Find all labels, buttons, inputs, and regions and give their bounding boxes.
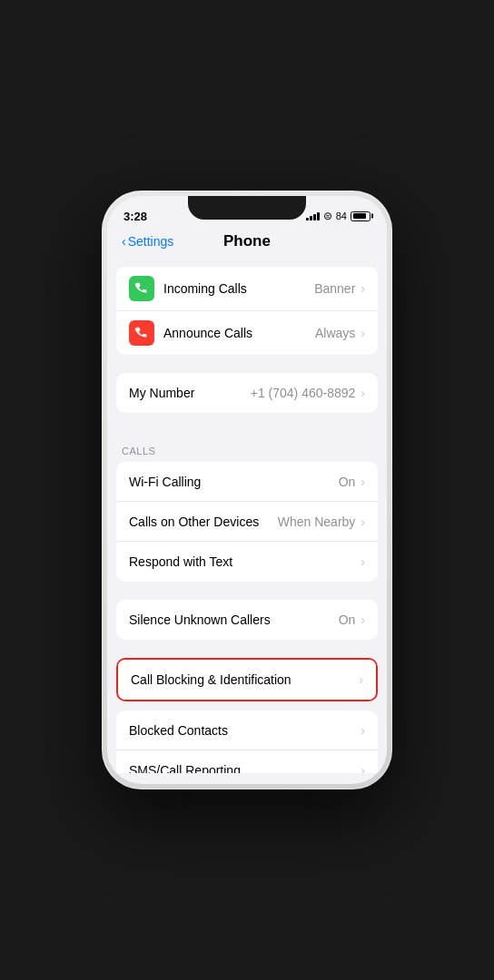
blocked-contacts-row[interactable]: Blocked Contacts ›	[116, 710, 378, 750]
my-number-value: +1 (704) 460-8892	[251, 386, 356, 400]
announce-calls-value: Always	[315, 326, 355, 340]
incoming-calls-row[interactable]: Incoming Calls Banner ›	[116, 267, 378, 311]
silence-unknown-row[interactable]: Silence Unknown Callers On ›	[116, 600, 378, 640]
status-time: 3:28	[124, 210, 147, 223]
status-icons: ⊜ 84	[306, 210, 370, 222]
wifi-calling-value: On	[339, 475, 356, 489]
incoming-calls-value: Banner	[314, 281, 355, 296]
announce-calls-icon	[129, 320, 154, 346]
calls-section-label: CALLS	[107, 431, 387, 462]
calls-other-value: When Nearby	[278, 514, 356, 529]
sms-call-chevron-icon: ›	[361, 763, 365, 773]
signal-icon	[306, 211, 320, 220]
phone-screen: 3:28 ⊜ 84 ‹ Settings Phone	[107, 196, 387, 784]
page-title: Phone	[223, 232, 271, 250]
nav-bar: ‹ Settings Phone	[107, 229, 387, 258]
phone-notch	[188, 196, 306, 220]
blocked-sms-card: Blocked Contacts › SMS/Call Reporting ›	[116, 710, 378, 773]
silence-unknown-chevron-icon: ›	[361, 612, 365, 627]
wifi-calling-chevron-icon: ›	[361, 475, 365, 489]
announce-calls-row[interactable]: Announce Calls Always ›	[116, 311, 378, 355]
wifi-calling-label: Wi-Fi Calling	[129, 475, 201, 489]
top-rows-card: Incoming Calls Banner › Anno	[116, 267, 378, 355]
my-number-label: My Number	[129, 386, 194, 400]
announce-calls-chevron-icon: ›	[361, 326, 365, 340]
my-number-chevron-icon: ›	[361, 386, 365, 400]
blocked-contacts-label: Blocked Contacts	[129, 723, 228, 738]
call-blocking-chevron-icon: ›	[359, 672, 363, 687]
battery-percent: 84	[336, 211, 347, 221]
blocked-contacts-chevron-icon: ›	[361, 723, 365, 738]
silence-unknown-value: On	[339, 612, 356, 627]
my-number-card: My Number +1 (704) 460-8892 ›	[116, 373, 378, 413]
back-chevron-icon: ‹	[122, 234, 126, 249]
sms-call-label: SMS/Call Reporting	[129, 763, 241, 773]
calls-other-label: Calls on Other Devices	[129, 514, 259, 529]
wifi-icon: ⊜	[323, 210, 332, 222]
call-blocking-label: Call Blocking & Identification	[131, 672, 291, 687]
battery-icon	[351, 211, 370, 221]
back-button[interactable]: ‹ Settings	[122, 234, 173, 249]
blocking-outer-card: Silence Unknown Callers On ›	[116, 600, 378, 640]
back-label: Settings	[128, 234, 174, 249]
calls-other-chevron-icon: ›	[361, 514, 365, 529]
sms-call-reporting-row[interactable]: SMS/Call Reporting ›	[116, 750, 378, 773]
incoming-calls-label: Incoming Calls	[163, 281, 247, 296]
incoming-calls-chevron-icon: ›	[361, 281, 365, 296]
respond-text-chevron-icon: ›	[361, 554, 365, 569]
calls-card: Wi-Fi Calling On › Calls on Other Device…	[116, 462, 378, 582]
wifi-calling-row[interactable]: Wi-Fi Calling On ›	[116, 462, 378, 502]
calls-section: CALLS Wi-Fi Calling On › Calls on Other …	[107, 431, 387, 582]
call-blocking-row[interactable]: Call Blocking & Identification ›	[116, 658, 378, 701]
respond-text-label: Respond with Text	[129, 554, 232, 569]
my-number-row[interactable]: My Number +1 (704) 460-8892 ›	[116, 373, 378, 413]
announce-calls-label: Announce Calls	[163, 326, 252, 340]
phone-device: 3:28 ⊜ 84 ‹ Settings Phone	[102, 191, 392, 789]
respond-with-text-row[interactable]: Respond with Text ›	[116, 542, 378, 582]
incoming-calls-icon	[129, 276, 154, 301]
calls-other-devices-row[interactable]: Calls on Other Devices When Nearby ›	[116, 502, 378, 542]
scroll-content: Incoming Calls Banner › Anno	[107, 258, 387, 773]
silence-unknown-label: Silence Unknown Callers	[129, 612, 271, 627]
